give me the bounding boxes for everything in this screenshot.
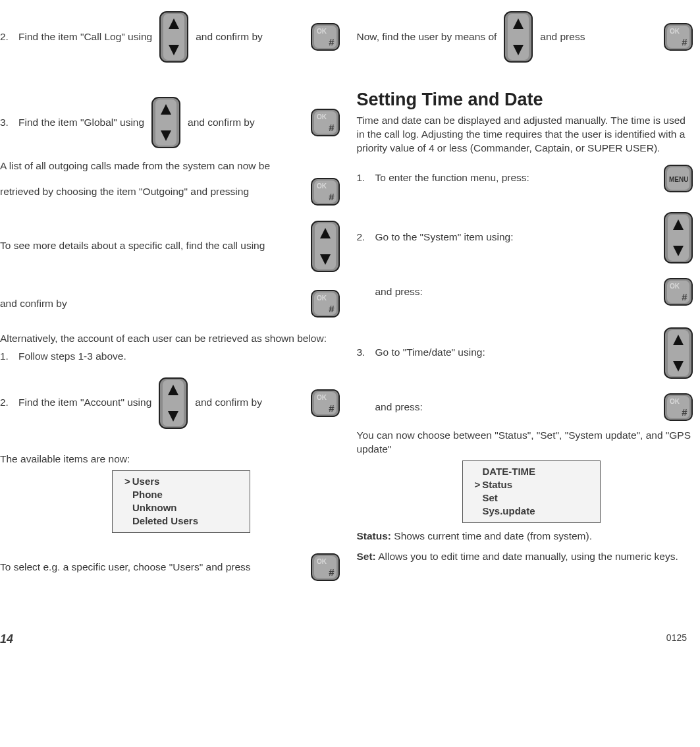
paragraph: A list of all outgoing calls made from t… (0, 159, 340, 173)
paragraph: The available items are now: (0, 453, 340, 466)
now-find-line: Now, find the user by means of and press (357, 4, 694, 70)
and-press-line: and press: (357, 277, 694, 307)
paragraph: Alternatively, the account of each user … (0, 332, 340, 346)
menu-item: Deleted Users (132, 514, 236, 528)
step-text: Go to the "System" item using: (375, 231, 514, 244)
paragraph: You can now choose between "Status", "Se… (357, 429, 694, 456)
step-text: and confirm by (188, 116, 255, 130)
and-press-line-2: and press: (357, 393, 694, 422)
step-3-global: 3. Find the item "Global" using and conf… (0, 90, 340, 155)
menu-item: Set (483, 491, 587, 505)
text: and confirm by (0, 297, 67, 311)
paragraph: Time and date can be displayed and adjus… (357, 114, 694, 155)
page-number: 14 (0, 632, 13, 646)
step-number: 1. (0, 350, 14, 364)
menu-display: Users Phone Unknown Deleted Users (112, 470, 250, 533)
step-number: 1. (357, 171, 371, 185)
ok-hash-icon (308, 22, 340, 51)
select-user-line: To select e.g. a specific user, choose "… (0, 553, 340, 582)
ok-hash-icon (660, 393, 693, 422)
step-text: and confirm by (196, 30, 263, 44)
ok-hash-icon (308, 389, 340, 418)
text: and press: (375, 401, 423, 414)
ok-hash-icon (308, 108, 340, 137)
retrieved-line: retrieved by choosing the item "Outgoing… (0, 177, 340, 207)
details-line: To see more details about a specific cal… (0, 213, 340, 279)
ok-hash-icon (308, 289, 340, 318)
confirm-line: and confirm by (0, 289, 340, 319)
step-text: Find the item "Account" using (18, 396, 151, 410)
definition-status: Status: Shows current time and date (fro… (357, 530, 694, 543)
step-number: 2. (0, 30, 14, 44)
text: Now, find the user by means of (357, 30, 497, 44)
def-text: Shows current time and date (from system… (391, 530, 592, 541)
step-3-timedate: 3. Go to "Time/date" using: (357, 320, 694, 386)
text: and press (540, 30, 585, 44)
menu-item: Sys.update (483, 505, 587, 518)
ok-hash-icon (308, 177, 340, 206)
section-heading: Setting Time and Date (357, 90, 694, 110)
step-text: Go to "Time/date" using: (375, 346, 485, 360)
left-column: 2. Find the item "Call Log" using and co… (0, 0, 350, 586)
text: retrieved by choosing the item "Outgoing… (0, 185, 249, 199)
ok-hash-icon (660, 277, 693, 306)
step-text: Follow steps 1-3 above. (18, 350, 126, 364)
step-1b: 1. Follow steps 1-3 above. (0, 350, 340, 364)
menu-icon (660, 164, 693, 193)
updown-icon (660, 327, 693, 379)
footer-code: 0125 (666, 632, 687, 646)
menu-item-selected: Status (483, 478, 587, 491)
menu-item: Unknown (132, 501, 236, 514)
ok-hash-icon (660, 22, 693, 51)
step-number: 3. (357, 346, 371, 360)
step-1-menu: 1. To enter the function menu, press: (357, 162, 694, 195)
updown-icon (308, 220, 340, 273)
step-2b-account: 2. Find the item "Account" using and con… (0, 370, 340, 436)
updown-icon (660, 211, 693, 264)
menu-item-selected: Users (132, 475, 236, 488)
step-2-call-log: 2. Find the item "Call Log" using and co… (0, 4, 340, 70)
text: To see more details about a specific cal… (0, 239, 265, 253)
updown-icon (155, 377, 191, 429)
ok-hash-icon (308, 553, 340, 582)
step-number: 3. (0, 116, 14, 130)
step-text: To enter the function menu, press: (375, 171, 529, 185)
step-2-system: 2. Go to the "System" item using: (357, 205, 694, 271)
updown-icon (500, 11, 536, 63)
step-text: and confirm by (195, 396, 262, 410)
definition-set: Set: Allows you to edit time and date ma… (357, 550, 694, 564)
step-text: Find the item "Call Log" using (18, 30, 152, 44)
def-text: Allows you to edit time and date manuall… (376, 551, 678, 562)
updown-icon (148, 96, 184, 149)
step-text: Find the item "Global" using (18, 116, 144, 130)
page-footer: 14 0125 (0, 613, 700, 653)
menu-display: DATE-TIME Status Set Sys.update (462, 460, 601, 523)
def-label: Set: (357, 551, 376, 562)
text: To select e.g. a specific user, choose "… (0, 561, 251, 574)
menu-title: DATE-TIME (483, 465, 587, 478)
right-column: Now, find the user by means of and press… (350, 0, 701, 586)
menu-item: Phone (132, 488, 236, 501)
step-number: 2. (0, 396, 14, 410)
updown-icon (156, 11, 192, 63)
text: and press: (375, 285, 423, 299)
def-label: Status: (357, 530, 392, 541)
page-content: 2. Find the item "Call Log" using and co… (0, 0, 700, 613)
step-number: 2. (357, 231, 371, 244)
